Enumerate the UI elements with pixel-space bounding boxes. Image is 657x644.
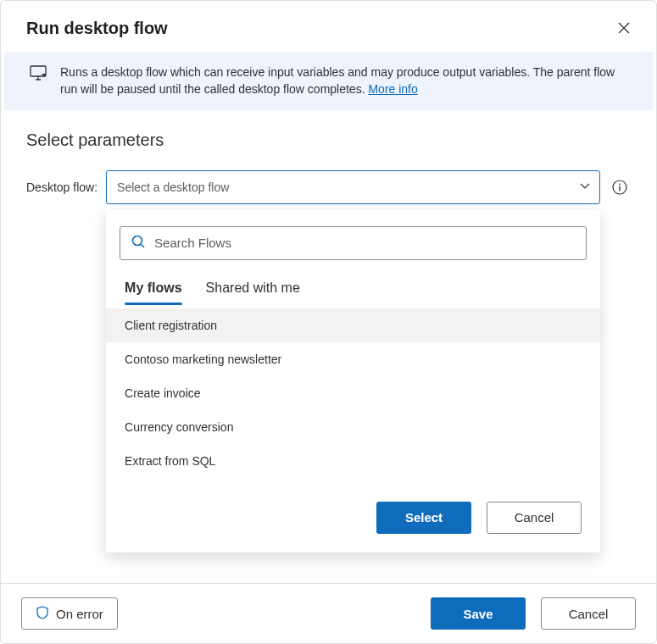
- dialog-body: Select parameters Desktop flow: Select a…: [1, 110, 656, 583]
- desktop-flow-dropdown[interactable]: Select a desktop flow: [106, 170, 600, 204]
- tab-my-flows[interactable]: My flows: [125, 274, 182, 304]
- chevron-down-icon: [579, 180, 591, 194]
- select-button[interactable]: Select: [376, 502, 471, 534]
- dialog-title: Run desktop flow: [26, 19, 168, 38]
- flow-item[interactable]: Create invoice: [106, 376, 600, 410]
- field-row: Desktop flow: Select a desktop flow: [26, 170, 631, 204]
- shield-icon: [36, 606, 49, 622]
- search-box[interactable]: [120, 226, 587, 260]
- save-button[interactable]: Save: [431, 597, 526, 630]
- dropdown-panel: My flows Shared with me Client registrat…: [106, 209, 600, 552]
- flow-item[interactable]: Currency conversion: [106, 410, 600, 444]
- info-banner: Runs a desktop flow which can receive in…: [4, 52, 653, 110]
- panel-cancel-button[interactable]: Cancel: [487, 502, 582, 534]
- desktop-flow-icon: [30, 65, 48, 85]
- panel-actions: Select Cancel: [106, 478, 600, 539]
- dialog-footer: On error Save Cancel: [1, 583, 656, 643]
- section-title: Select parameters: [26, 130, 631, 150]
- tab-shared-with-me[interactable]: Shared with me: [206, 274, 300, 304]
- flow-item[interactable]: Contoso marketing newsletter: [106, 342, 600, 376]
- dialog-header: Run desktop flow: [1, 1, 656, 52]
- search-input[interactable]: [154, 236, 576, 250]
- search-icon: [131, 234, 146, 252]
- dropdown-container: Select a desktop flow: [106, 170, 600, 204]
- on-error-label: On error: [56, 607, 103, 621]
- info-icon: [612, 180, 627, 195]
- cancel-button[interactable]: Cancel: [541, 597, 636, 630]
- svg-point-1: [133, 236, 142, 246]
- on-error-button[interactable]: On error: [21, 597, 118, 630]
- tabs: My flows Shared with me: [106, 270, 600, 305]
- info-text-body: Runs a desktop flow which can receive in…: [60, 65, 615, 96]
- dialog: Run desktop flow Runs a desktop flow whi…: [0, 0, 657, 644]
- search-wrap: [106, 221, 600, 270]
- info-text: Runs a desktop flow which can receive in…: [60, 64, 632, 98]
- field-info-button[interactable]: [609, 176, 631, 198]
- close-icon: [617, 21, 631, 35]
- footer-actions: Save Cancel: [431, 597, 636, 630]
- svg-point-3: [619, 183, 621, 185]
- close-button[interactable]: [612, 16, 636, 40]
- field-label: Desktop flow:: [26, 180, 97, 194]
- dropdown-placeholder: Select a desktop flow: [117, 180, 229, 194]
- more-info-link[interactable]: More info: [368, 82, 417, 96]
- flow-item[interactable]: Extract from SQL: [106, 444, 600, 478]
- flow-item[interactable]: Client registration: [106, 308, 600, 342]
- svg-rect-4: [619, 186, 620, 191]
- flow-list: Client registration Contoso marketing ne…: [106, 308, 600, 478]
